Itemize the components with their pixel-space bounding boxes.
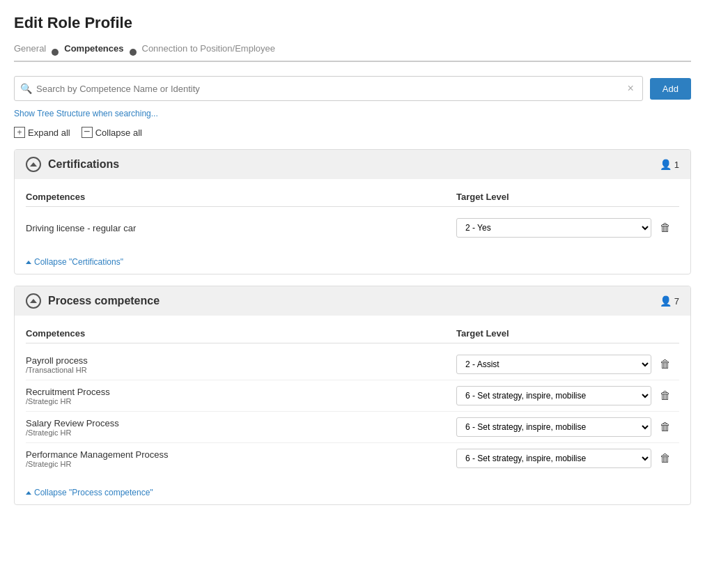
collapse-all-label: Collapse all [95, 127, 142, 138]
target-select-process-competence-0[interactable]: 1 - Aware2 - Assist3 - Apply4 - Enable5 … [456, 355, 651, 374]
tab-dot-2 [130, 49, 137, 56]
search-input[interactable] [36, 84, 625, 94]
collapse-label-process-competence: Collapse "Process competence" [34, 488, 153, 497]
action-cell-process-competence-3: 🗑 [651, 452, 679, 465]
section-title-certifications: Certifications [48, 158, 119, 171]
comp-name-process-competence-2: Salary Review Process [26, 418, 456, 428]
col-header-competences: Competences [26, 328, 456, 339]
search-row: 🔍 × Add [14, 76, 691, 101]
chevron-up-icon [30, 299, 37, 303]
collapse-link-row-certifications: Collapse "Certifications" [15, 252, 690, 274]
section-count-certifications: 👤 1 [660, 159, 679, 170]
tab-connection[interactable]: Connection to Position/Employee [142, 43, 276, 61]
comp-name-process-competence-1: Recruitment Process [26, 387, 456, 397]
tab-competences[interactable]: Competences [64, 43, 123, 61]
comp-cell-process-competence-2: Salary Review Process /Strategic HR [26, 418, 456, 437]
section-count-process-competence: 👤 7 [660, 295, 679, 307]
collapse-icon: − [82, 127, 93, 138]
section-body-process-competence: Competences Target Level Payroll process… [15, 316, 690, 482]
target-cell-process-competence-2: 1 - Aware2 - Assist3 - Apply4 - Enable5 … [456, 417, 651, 437]
target-select-process-competence-3[interactable]: 1 - Aware2 - Assist3 - Apply4 - Enable5 … [456, 449, 651, 468]
target-cell-certifications-0: 1 - No2 - Yes [456, 218, 651, 238]
section-title-process-competence: Process competence [48, 295, 160, 307]
tab-dot-1 [52, 49, 59, 56]
action-cell-process-competence-2: 🗑 [651, 421, 679, 433]
collapse-all-button[interactable]: − Collapse all [82, 127, 142, 138]
table-row-process-competence-1: Recruitment Process /Strategic HR 1 - Aw… [26, 380, 679, 412]
comp-name-process-competence-0: Payroll process [26, 355, 456, 366]
table-row-process-competence-3: Performance Management Process /Strategi… [26, 443, 679, 474]
tab-general[interactable]: General [14, 43, 46, 61]
collapse-link-certifications[interactable]: Collapse "Certifications" [26, 257, 679, 267]
page-title: Edit Role Profile [14, 14, 691, 32]
comp-cell-process-competence-1: Recruitment Process /Strategic HR [26, 387, 456, 405]
chevron-up-icon [30, 162, 37, 167]
person-icon-certifications: 👤 [660, 159, 672, 170]
clear-search-button[interactable]: × [625, 82, 637, 95]
action-cell-certifications-0: 🗑 [651, 222, 679, 234]
expand-collapse-row: + Expand all − Collapse all [14, 127, 691, 138]
section-header-process-competence: Process competence 👤 7 [15, 286, 690, 316]
count-value-certifications: 1 [674, 160, 679, 170]
table-row-certifications-0: Driving license - regular car 1 - No2 - … [26, 212, 679, 243]
comp-name-process-competence-3: Performance Management Process [26, 449, 456, 460]
table-header-certifications: Competences Target Level [26, 187, 679, 207]
chevron-small-up-icon [26, 491, 31, 495]
delete-button-process-competence-3[interactable]: 🗑 [660, 452, 671, 465]
section-header-certifications: Certifications 👤 1 [15, 150, 690, 179]
comp-sub-process-competence-3: /Strategic HR [26, 460, 456, 468]
comp-sub-process-competence-1: /Strategic HR [26, 397, 456, 405]
target-select-certifications-0[interactable]: 1 - No2 - Yes [456, 218, 651, 238]
section-process-competence: Process competence 👤 7 Competences Targe… [14, 286, 691, 505]
section-body-certifications: Competences Target Level Driving license… [15, 179, 690, 252]
expand-all-button[interactable]: + Expand all [14, 127, 70, 138]
target-cell-process-competence-3: 1 - Aware2 - Assist3 - Apply4 - Enable5 … [456, 449, 651, 468]
search-box: 🔍 × [14, 76, 643, 101]
comp-sub-process-competence-2: /Strategic HR [26, 428, 456, 437]
col-header-competences: Competences [26, 192, 456, 202]
col-header-target: Target Level [456, 328, 651, 339]
delete-button-process-competence-2[interactable]: 🗑 [660, 421, 671, 433]
table-row-process-competence-2: Salary Review Process /Strategic HR 1 - … [26, 412, 679, 443]
sections-container: Certifications 👤 1 Competences Target Le… [14, 149, 691, 505]
target-cell-process-competence-0: 1 - Aware2 - Assist3 - Apply4 - Enable5 … [456, 355, 651, 374]
person-icon-process-competence: 👤 [660, 295, 672, 307]
collapse-label-certifications: Collapse "Certifications" [34, 257, 123, 267]
collapse-link-process-competence[interactable]: Collapse "Process competence" [26, 488, 679, 497]
target-select-process-competence-2[interactable]: 1 - Aware2 - Assist3 - Apply4 - Enable5 … [456, 417, 651, 437]
collapse-link-row-process-competence: Collapse "Process competence" [15, 482, 690, 504]
col-header-target: Target Level [456, 192, 651, 202]
count-value-process-competence: 7 [674, 296, 679, 307]
tabs-row: General Competences Connection to Positi… [14, 43, 691, 62]
comp-sub-process-competence-0: /Transactional HR [26, 366, 456, 374]
comp-cell-process-competence-3: Performance Management Process /Strategi… [26, 449, 456, 468]
expand-all-label: Expand all [28, 127, 70, 138]
add-button[interactable]: Add [650, 78, 691, 100]
table-row-process-competence-0: Payroll process /Transactional HR 1 - Aw… [26, 349, 679, 380]
chevron-circle-certifications[interactable] [26, 157, 41, 172]
target-select-process-competence-1[interactable]: 1 - Aware2 - Assist3 - Apply4 - Enable5 … [456, 386, 651, 405]
chevron-circle-process-competence[interactable] [26, 293, 41, 309]
tree-structure-link[interactable]: Show Tree Structure when searching... [14, 109, 158, 118]
section-certifications: Certifications 👤 1 Competences Target Le… [14, 149, 691, 274]
chevron-small-up-icon [26, 261, 31, 264]
action-cell-process-competence-1: 🗑 [651, 389, 679, 402]
expand-icon: + [14, 127, 25, 138]
target-cell-process-competence-1: 1 - Aware2 - Assist3 - Apply4 - Enable5 … [456, 386, 651, 405]
delete-button-certifications-0[interactable]: 🗑 [660, 222, 671, 234]
comp-cell-process-competence-0: Payroll process /Transactional HR [26, 355, 456, 374]
table-header-process-competence: Competences Target Level [26, 324, 679, 343]
delete-button-process-competence-0[interactable]: 🗑 [660, 358, 671, 371]
action-cell-process-competence-0: 🗑 [651, 358, 679, 371]
comp-name-certifications-0: Driving license - regular car [26, 223, 456, 233]
search-icon: 🔍 [20, 83, 32, 94]
comp-cell-certifications-0: Driving license - regular car [26, 223, 456, 233]
delete-button-process-competence-1[interactable]: 🗑 [660, 389, 671, 402]
